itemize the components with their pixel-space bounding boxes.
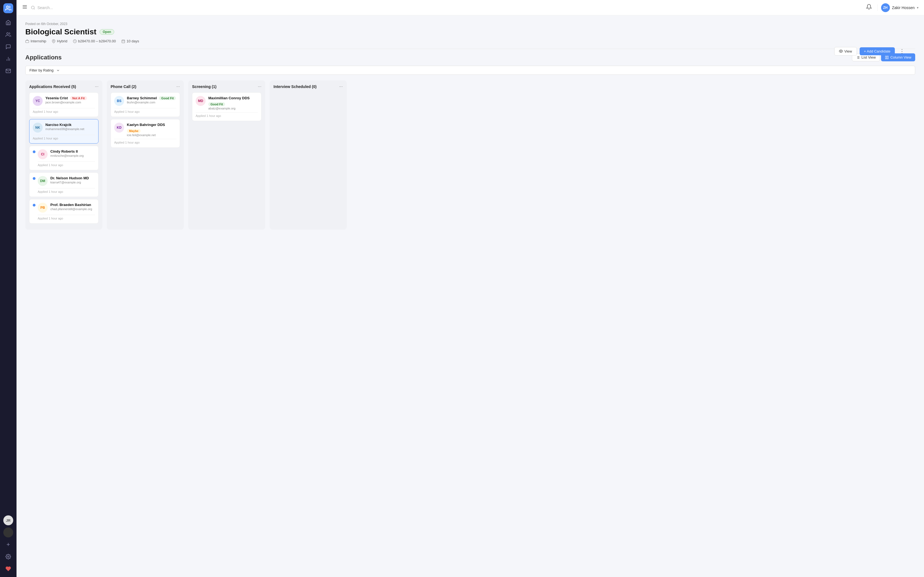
badge-not-a-fit: Not A Fit — [70, 96, 87, 100]
view-button[interactable]: View — [834, 47, 857, 56]
candidate-info: Barney Schimmel Good Fit tkuhn@example.c… — [127, 96, 176, 104]
menu-icon[interactable] — [22, 4, 27, 11]
page-content: Posted on 6th October, 2023 Biological S… — [16, 15, 924, 577]
kanban-col-more-button[interactable]: ··· — [339, 84, 343, 89]
candidate-row: DM Dr. Nelson Hudson MD kiarra47@example… — [33, 176, 95, 193]
kanban-col-more-button[interactable]: ··· — [258, 84, 262, 89]
candidate-name-row: Prof. Braeden Bashirian — [50, 203, 95, 207]
svg-rect-14 — [122, 40, 125, 43]
kanban-col-more-button[interactable]: ··· — [95, 84, 99, 89]
candidate-card[interactable]: CI Cindy Roberts II mnitzsche@example.or… — [29, 146, 99, 170]
candidate-email: jace.brown@example.com — [45, 101, 95, 104]
kanban-col-header: Applications Received (5) ··· — [29, 84, 99, 89]
candidate-name: Dr. Nelson Hudson MD — [50, 176, 89, 180]
sidebar: JR + — [0, 0, 16, 577]
sidebar-settings-icon[interactable] — [3, 552, 13, 562]
salary-range: b28470.00 – b28470.00 — [73, 39, 116, 43]
kanban-col-title: Interview Scheduled (0) — [273, 84, 317, 89]
new-indicator-dot — [33, 177, 36, 180]
candidate-applied-time: Applied 1 hour ago — [38, 188, 95, 193]
search-bar[interactable]: Search... — [31, 5, 444, 10]
new-indicator-dot — [33, 150, 36, 153]
candidate-avatar: DM — [38, 176, 48, 186]
candidate-info: Maximillian Conroy DDS Good Fit abatz@ex… — [208, 96, 258, 110]
employment-type: Internship — [25, 39, 46, 43]
kanban-column-interview_scheduled: Interview Scheduled (0) ··· — [270, 80, 347, 230]
candidate-name: Yesenia Crist — [45, 96, 68, 100]
svg-point-0 — [6, 6, 8, 8]
candidate-card-top: DM Dr. Nelson Hudson MD kiarra47@example… — [38, 176, 95, 186]
kanban-board: Applications Received (5) ··· YC Yesenia… — [25, 80, 915, 235]
candidate-card-top: YC Yesenia Crist Not A Fit jace.brown@ex… — [33, 96, 95, 106]
candidate-email: icie.feil@example.net — [127, 134, 176, 137]
kanban-col-title: Applications Received (5) — [29, 84, 76, 89]
candidate-name-row: Kaelyn Bahringer DDS Maybe — [127, 122, 176, 133]
candidate-avatar: PB — [38, 203, 48, 213]
notification-bell[interactable] — [864, 4, 874, 11]
candidate-avatar: BS — [114, 96, 124, 106]
candidate-card[interactable]: MD Maximillian Conroy DDS Good Fit abatz… — [192, 92, 262, 121]
svg-point-18 — [840, 51, 842, 52]
candidate-info: Kaelyn Bahringer DDS Maybe icie.feil@exa… — [127, 122, 176, 137]
sidebar-avatar-active[interactable] — [3, 527, 13, 537]
sidebar-item-messages[interactable] — [3, 42, 13, 52]
candidate-applied-time: Applied 1 hour ago — [195, 112, 258, 118]
svg-point-9 — [31, 6, 34, 9]
chevron-down-icon: ▾ — [917, 6, 919, 10]
candidate-avatar: NK — [33, 122, 43, 132]
sidebar-avatar-jr[interactable]: JR — [3, 516, 13, 525]
sidebar-item-analytics[interactable] — [3, 54, 13, 64]
candidate-avatar: CI — [38, 149, 48, 159]
svg-point-12 — [53, 40, 54, 42]
badge-maybe: Maybe — [127, 129, 141, 133]
candidate-card[interactable]: DM Dr. Nelson Hudson MD kiarra47@example… — [29, 172, 99, 197]
applications-title: Applications — [25, 54, 61, 61]
filter-by-rating-dropdown[interactable]: Filter by Rating — [25, 66, 915, 75]
work-mode: Hybrid — [52, 39, 68, 43]
candidate-card[interactable]: YC Yesenia Crist Not A Fit jace.brown@ex… — [29, 92, 99, 117]
candidate-name-row: Maximillian Conroy DDS Good Fit — [208, 96, 258, 106]
job-actions: View + Add Candidate ⋮ — [834, 47, 906, 56]
app-logo[interactable] — [3, 3, 13, 13]
candidate-row: PB Prof. Braeden Bashirian chad.pfanners… — [33, 203, 95, 220]
sidebar-item-people[interactable] — [3, 30, 13, 40]
add-candidate-button[interactable]: + Add Candidate — [859, 47, 895, 55]
candidate-card[interactable]: NK Narciso Krajcik mohammed38@example.ne… — [29, 119, 99, 143]
badge-good-fit: Good Fit — [159, 96, 176, 100]
sidebar-heart-icon[interactable] — [3, 564, 13, 574]
candidate-card-top: NK Narciso Krajcik mohammed38@example.ne… — [33, 122, 95, 132]
user-menu[interactable]: ZH Zakir Hossen ▾ — [881, 3, 919, 12]
kanban-col-title: Phone Call (2) — [111, 84, 136, 89]
candidate-name: Narciso Krajcik — [45, 122, 71, 127]
kanban-column-phone_call: Phone Call (2) ··· BS Barney Schimmel Go… — [107, 80, 184, 230]
candidate-applied-time: Applied 1 hour ago — [114, 139, 176, 144]
candidate-card-top: KD Kaelyn Bahringer DDS Maybe icie.feil@… — [114, 122, 176, 137]
kanban-column-screening: Screening (1) ··· MD Maximillian Conroy … — [188, 80, 265, 230]
candidate-applied-time: Applied 1 hour ago — [33, 108, 95, 113]
candidate-row: CI Cindy Roberts II mnitzsche@example.or… — [33, 149, 95, 167]
kanban-col-more-button[interactable]: ··· — [176, 84, 180, 89]
candidate-card-top: BS Barney Schimmel Good Fit tkuhn@exampl… — [114, 96, 176, 106]
candidate-name-row: Narciso Krajcik — [45, 122, 95, 127]
candidate-name: Cindy Roberts II — [50, 149, 78, 153]
candidate-card[interactable]: KD Kaelyn Bahringer DDS Maybe icie.feil@… — [111, 119, 180, 148]
svg-point-1 — [6, 33, 8, 35]
sidebar-add-button[interactable]: + — [3, 540, 13, 550]
filter-bar: Filter by Rating — [25, 66, 915, 75]
candidate-info: Narciso Krajcik mohammed38@example.net — [45, 122, 95, 131]
candidate-card[interactable]: BS Barney Schimmel Good Fit tkuhn@exampl… — [111, 92, 180, 117]
applications-header: Applications List View Column View — [25, 53, 915, 61]
topbar-divider — [877, 5, 878, 11]
kanban-col-title: Screening (1) — [192, 84, 216, 89]
badge-good-fit: Good Fit — [208, 102, 225, 106]
more-options-button[interactable]: ⋮ — [898, 47, 906, 56]
topbar: Search... ZH Zakir Hossen ▾ — [16, 0, 924, 15]
candidate-name: Maximillian Conroy DDS — [208, 96, 250, 100]
sidebar-item-mail[interactable] — [3, 66, 13, 76]
candidate-info: Yesenia Crist Not A Fit jace.brown@examp… — [45, 96, 95, 104]
candidate-card[interactable]: PB Prof. Braeden Bashirian chad.pfanners… — [29, 199, 99, 224]
svg-point-5 — [8, 556, 9, 558]
candidate-avatar: MD — [195, 96, 205, 106]
sidebar-item-home[interactable] — [3, 18, 13, 27]
user-name: Zakir Hossen — [892, 5, 914, 10]
